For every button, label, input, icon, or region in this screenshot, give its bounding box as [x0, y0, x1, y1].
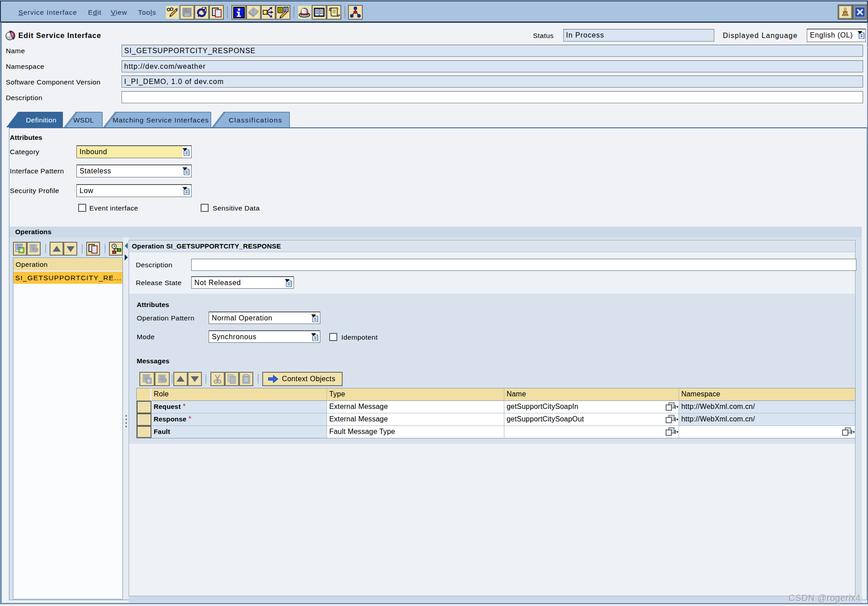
svg-text:?: ? [252, 8, 255, 14]
